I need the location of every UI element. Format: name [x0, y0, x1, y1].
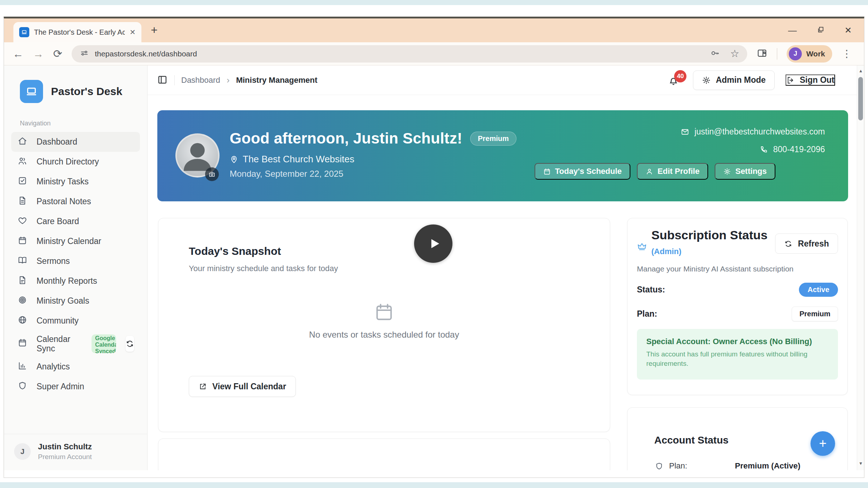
- sidebar-user-card[interactable]: J Justin Schultz Premium Account: [4, 434, 147, 470]
- sign-out-icon: [786, 76, 795, 85]
- refresh-icon: [784, 240, 792, 248]
- browser-tab[interactable]: The Pastor's Desk - Early Acces ✕: [13, 22, 141, 42]
- crown-icon: [637, 241, 647, 253]
- view-full-calendar-button[interactable]: View Full Calendar: [189, 376, 296, 397]
- status-active-badge: Active: [799, 283, 838, 297]
- greeting-banner: Good afternoon, Justin Schultz! Premium …: [157, 110, 848, 201]
- sync-refresh-icon[interactable]: [125, 336, 134, 352]
- sidebar-item-super-admin[interactable]: Super Admin: [11, 377, 140, 397]
- snapshot-title: Today's Snapshot: [189, 245, 281, 257]
- site-settings-icon[interactable]: [80, 48, 89, 59]
- gear-icon: [723, 168, 731, 175]
- sidebar-item-pastoral-notes[interactable]: Pastoral Notes: [11, 192, 140, 211]
- snapshot-empty-text: No events or tasks scheduled for today: [309, 330, 459, 340]
- sidebar-item-dashboard[interactable]: Dashboard: [11, 132, 140, 152]
- book-open-icon: [18, 256, 27, 267]
- sidebar-item-calendar-sync[interactable]: Calendar Sync Google Calendar Synced: [11, 331, 140, 357]
- sidebar-item-ministry-goals[interactable]: Ministry Goals: [11, 291, 140, 311]
- sidebar-item-care-board[interactable]: Care Board: [11, 211, 140, 231]
- page-header: Dashboard › Ministry Management 40 Admin…: [148, 65, 857, 95]
- back-icon[interactable]: ←: [13, 48, 24, 59]
- sidebar-item-monthly-reports[interactable]: Monthly Reports: [11, 271, 140, 291]
- envelope-icon: [681, 128, 689, 136]
- plan-label: Plan:: [637, 309, 657, 319]
- status-label: Status:: [637, 285, 665, 295]
- window-minimize-icon[interactable]: —: [788, 25, 797, 35]
- snapshot-empty-state: No events or tasks scheduled for today: [158, 301, 610, 340]
- sidebar-item-sermons[interactable]: Sermons: [11, 251, 140, 271]
- plan-row: Plan: Premium: [637, 307, 838, 321]
- account-plan-label: Plan:: [669, 461, 687, 470]
- admin-mode-button[interactable]: Admin Mode: [693, 70, 775, 90]
- home-icon: [18, 136, 27, 148]
- sidebar-item-church-directory[interactable]: Church Directory: [11, 152, 140, 172]
- page-scrollbar[interactable]: ▲ ▼: [857, 65, 864, 470]
- video-play-button[interactable]: [414, 224, 452, 263]
- organization-name: The Best Church Websites: [243, 154, 354, 165]
- refresh-button[interactable]: Refresh: [775, 234, 838, 254]
- external-link-icon: [199, 382, 207, 391]
- tab-close-icon[interactable]: ✕: [129, 28, 136, 37]
- change-photo-button[interactable]: [205, 167, 219, 181]
- new-tab-button[interactable]: +: [151, 23, 158, 37]
- location-pin-icon: [230, 155, 238, 164]
- sidebar-toggle-icon[interactable]: [157, 74, 168, 86]
- check-square-icon: [18, 176, 27, 188]
- edit-profile-button[interactable]: Edit Profile: [637, 163, 708, 180]
- scroll-up-icon[interactable]: ▲: [859, 68, 863, 73]
- window-close-icon[interactable]: ✕: [844, 25, 852, 35]
- reload-icon[interactable]: ⟳: [53, 48, 62, 59]
- gear-icon: [702, 76, 711, 85]
- greeting-title: Good afternoon, Justin Schultz!: [230, 130, 462, 147]
- current-date: Monday, September 22, 2025: [230, 169, 343, 179]
- email-value: justin@thebestchurchwebsites.com: [694, 127, 825, 137]
- shield-icon: [18, 381, 27, 393]
- notifications-button[interactable]: 40: [668, 72, 682, 88]
- scroll-down-icon[interactable]: ▼: [859, 461, 863, 466]
- users-icon: [18, 156, 27, 168]
- todays-schedule-button[interactable]: Today's Schedule: [535, 163, 631, 180]
- sidebar: Pastor's Desk Navigation Dashboard Churc…: [4, 65, 148, 470]
- bookmark-star-icon[interactable]: ☆: [730, 48, 739, 60]
- add-floating-button[interactable]: +: [810, 431, 835, 456]
- nav-section-label: Navigation: [20, 120, 140, 128]
- user-name: Justin Schultz: [38, 442, 92, 451]
- screenshot-stage: The Pastor's Desk - Early Acces ✕ + — ✕ …: [0, 0, 868, 488]
- url-text: thepastorsdesk.net/dashboard: [95, 50, 197, 58]
- phone-value: 800-419-2096: [773, 145, 825, 154]
- breadcrumb-dashboard[interactable]: Dashboard: [181, 76, 220, 85]
- calendar-icon: [543, 168, 551, 175]
- bar-chart-icon: [18, 361, 27, 373]
- password-key-icon[interactable]: [710, 48, 720, 60]
- heart-icon: [18, 216, 27, 227]
- window-restore-icon[interactable]: [817, 25, 824, 35]
- sidebar-item-analytics[interactable]: Analytics: [11, 357, 140, 377]
- user-plan: Premium Account: [38, 453, 92, 461]
- app-logo[interactable]: Pastor's Desk: [11, 76, 140, 103]
- sidebar-item-community[interactable]: Community: [11, 311, 140, 331]
- browser-menu-icon[interactable]: ⋮: [842, 48, 852, 60]
- admin-tag: (Admin): [651, 247, 681, 256]
- brand-name: Pastor's Desk: [51, 85, 122, 98]
- calendar-empty-icon: [374, 301, 395, 322]
- breadcrumb-chevron-icon: ›: [227, 75, 230, 85]
- subscription-status-card: Subscription Status (Admin) Refresh Mana…: [627, 218, 848, 395]
- side-panel-icon[interactable]: [757, 48, 767, 60]
- target-icon: [18, 295, 27, 307]
- sidebar-item-ministry-calendar[interactable]: Ministry Calendar: [11, 231, 140, 251]
- account-status-title: Account Status: [654, 435, 728, 446]
- notification-count-badge: 40: [674, 70, 686, 82]
- phone-icon: [760, 145, 768, 154]
- browser-toolbar: ← → ⟳ thepastorsdesk.net/dashboard ☆: [4, 42, 864, 65]
- sidebar-item-ministry-tasks[interactable]: Ministry Tasks: [11, 172, 140, 192]
- settings-button[interactable]: Settings: [715, 163, 775, 180]
- address-bar[interactable]: thepastorsdesk.net/dashboard ☆: [72, 45, 747, 63]
- greeting-row: Good afternoon, Justin Schultz! Premium: [230, 130, 516, 147]
- browser-profile-chip[interactable]: J Work: [787, 45, 832, 63]
- phone-row: 800-419-2096: [760, 145, 825, 154]
- person-icon: [646, 168, 653, 175]
- sign-out-button[interactable]: Sign Out: [786, 74, 835, 86]
- scrollbar-thumb[interactable]: [858, 77, 863, 120]
- forward-icon[interactable]: →: [33, 48, 44, 59]
- special-account-title: Special Account: Owner Access (No Billin…: [646, 337, 829, 346]
